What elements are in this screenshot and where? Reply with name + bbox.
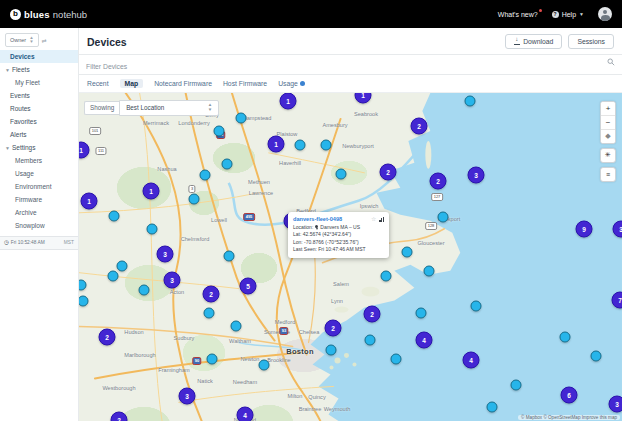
map-attribution[interactable]: © Mapbox © OpenStreetMap Improve this ma… [518, 415, 620, 420]
select-arrows-icon: ▲▼ [208, 103, 212, 112]
device-marker[interactable] [321, 139, 332, 150]
device-marker[interactable] [402, 246, 413, 257]
device-marker[interactable] [487, 401, 498, 412]
device-marker[interactable] [438, 211, 449, 222]
sidebar-item-favorites[interactable]: Favorites [0, 115, 78, 128]
device-marker[interactable] [204, 307, 215, 318]
town-label-westborough: Westborough [102, 385, 135, 391]
compass-button[interactable]: ◆ [601, 129, 615, 143]
device-marker[interactable] [139, 284, 150, 295]
device-marker[interactable] [424, 265, 435, 276]
cluster-marker[interactable]: 3 [157, 245, 174, 262]
sidebar-item-firmware[interactable]: Firmware [0, 193, 78, 206]
sidebar-item-alerts[interactable]: Alerts [0, 128, 78, 141]
device-marker[interactable] [365, 334, 376, 345]
device-marker[interactable] [591, 350, 602, 361]
device-marker[interactable] [222, 158, 233, 169]
cluster-marker[interactable]: 3 [613, 220, 622, 237]
whats-new-link[interactable]: What's new? [498, 11, 538, 18]
device-marker[interactable] [236, 112, 247, 123]
filter-devices-input[interactable] [79, 60, 622, 74]
popup-device-link[interactable]: danvers-fleet-0498 [293, 216, 342, 222]
download-button[interactable]: Download [505, 34, 562, 49]
device-marker[interactable] [416, 307, 427, 318]
cluster-marker[interactable]: 4 [463, 351, 480, 368]
cluster-marker[interactable]: 4 [237, 406, 254, 421]
cluster-marker[interactable]: 1 [280, 93, 297, 110]
tab-host-firmware[interactable]: Host Firmware [223, 80, 267, 87]
fit-markers-button[interactable]: ✳ [600, 148, 616, 163]
list-icon: ≡ [606, 171, 610, 178]
sessions-button[interactable]: Sessions [568, 34, 614, 49]
cluster-marker[interactable]: 1 [143, 182, 160, 199]
cluster-marker[interactable]: 2 [430, 172, 447, 189]
cluster-marker[interactable]: 3 [609, 395, 622, 412]
sidebar-item-usage[interactable]: Usage [0, 167, 78, 180]
device-marker[interactable] [560, 331, 571, 342]
tab-notecard-firmware[interactable]: Notecard Firmware [154, 80, 212, 87]
device-marker[interactable] [231, 320, 242, 331]
zoom-out-button[interactable]: − [601, 115, 615, 129]
device-marker[interactable] [471, 300, 482, 311]
blues-notehub-logo[interactable]: b bluesnotehub [10, 9, 87, 20]
cluster-marker[interactable]: 3 [164, 271, 181, 288]
cluster-marker[interactable]: 1 [268, 135, 285, 152]
cluster-marker[interactable]: 2 [411, 117, 428, 134]
cluster-marker[interactable]: 2 [99, 328, 116, 345]
sidebar-item-settings[interactable]: ▼Settings [0, 141, 78, 154]
sidebar-item-members[interactable]: Members [0, 154, 78, 167]
device-marker[interactable] [259, 359, 270, 370]
device-marker[interactable] [391, 353, 402, 364]
device-marker[interactable] [200, 169, 211, 180]
device-marker[interactable] [147, 223, 158, 234]
cluster-marker[interactable]: 2 [364, 305, 381, 322]
sidebar-item-my-fleet[interactable]: My Fleet [0, 76, 78, 89]
cluster-marker[interactable]: 2 [111, 411, 128, 421]
cluster-marker[interactable]: 2 [325, 319, 342, 336]
device-marker[interactable] [465, 95, 476, 106]
device-marker[interactable] [336, 168, 347, 179]
device-marker[interactable] [109, 210, 120, 221]
tab-recent[interactable]: Recent [87, 80, 109, 87]
owner-selector[interactable]: Owner ▲▼ [5, 33, 39, 47]
location-mode-select[interactable]: Best Location ▲▼ [119, 100, 219, 116]
device-marker[interactable] [295, 139, 306, 150]
favorite-star-icon[interactable]: ☆ [371, 216, 376, 222]
sidebar-item-events[interactable]: Events [0, 89, 78, 102]
device-marker[interactable] [189, 193, 200, 204]
cluster-marker[interactable]: 3 [468, 166, 485, 183]
tab-map[interactable]: Map [120, 79, 144, 88]
cluster-marker[interactable]: 1 [81, 192, 98, 209]
device-marker[interactable] [511, 379, 522, 390]
tab-usage[interactable]: Usage [278, 80, 305, 87]
device-marker[interactable] [381, 270, 392, 281]
cluster-marker[interactable]: 3 [179, 387, 196, 404]
zoom-in-button[interactable]: + [601, 102, 615, 115]
org-switch-icon[interactable]: ⇄ [42, 37, 47, 44]
cluster-marker[interactable]: 2 [203, 285, 220, 302]
device-map[interactable]: MerrimackLondonderryDerryHampsteadPlaist… [79, 93, 622, 421]
sidebar-item-fleets[interactable]: ▼Fleets [0, 63, 78, 76]
cluster-marker[interactable]: 2 [380, 163, 397, 180]
town-label-waltham: Waltham [229, 338, 251, 344]
device-marker[interactable] [117, 260, 128, 271]
device-marker[interactable] [214, 125, 225, 136]
cluster-marker[interactable]: 4 [416, 331, 433, 348]
cluster-marker[interactable]: 6 [561, 386, 578, 403]
user-avatar[interactable] [598, 7, 612, 21]
cluster-marker[interactable]: 9 [576, 220, 593, 237]
device-marker[interactable] [224, 250, 235, 261]
device-marker[interactable] [326, 344, 337, 355]
cluster-marker[interactable]: 5 [240, 277, 257, 294]
help-menu[interactable]: ? Help ▼ [552, 11, 584, 18]
cluster-marker[interactable]: 7 [612, 291, 622, 308]
sidebar-item-archive[interactable]: Archive [0, 206, 78, 219]
sidebar-item-routes[interactable]: Routes [0, 102, 78, 115]
device-marker[interactable] [207, 353, 218, 364]
usage-info-badge [300, 81, 305, 86]
sidebar-item-devices[interactable]: Devices [0, 50, 78, 63]
sidebar-item-snowplow[interactable]: Snowplow [0, 219, 78, 232]
device-marker[interactable] [108, 270, 119, 281]
map-legend-button[interactable]: ≡ [600, 167, 616, 182]
sidebar-item-environment[interactable]: Environment [0, 180, 78, 193]
